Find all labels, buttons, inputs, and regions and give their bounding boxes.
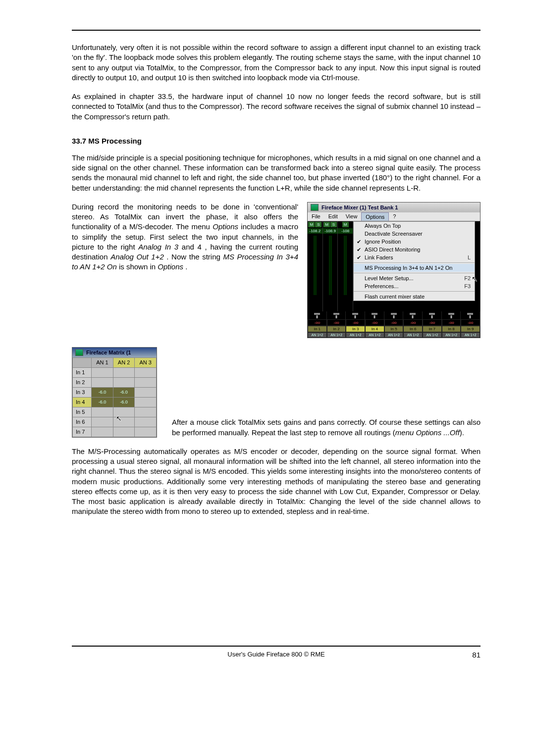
matrix-grid[interactable]: AN 1AN 2AN 3In 1In 2In 3-6.0-6.0In 4-6.0…: [72, 357, 157, 437]
app-icon: [311, 204, 319, 211]
menu-item[interactable]: ✔Link FadersL: [354, 253, 475, 261]
level-readout: -108.2: [308, 228, 322, 234]
fader-icon[interactable]: [308, 311, 327, 319]
matrix-cell[interactable]: [135, 427, 157, 437]
channel-routing-label[interactable]: AN 1+2: [461, 332, 480, 338]
mixer-window[interactable]: Fireface Mixer (1) Test Bank 1 FileEditV…: [307, 202, 481, 338]
matrix-col-header[interactable]: AN 2: [113, 357, 135, 367]
channel-strip-2[interactable]: MS -108.9: [323, 221, 338, 311]
matrix-cell[interactable]: [135, 417, 157, 427]
matrix-cell[interactable]: [135, 367, 157, 377]
channel-routing-label[interactable]: AN 1+2: [308, 332, 327, 338]
channel-routing-label[interactable]: AN 1+2: [442, 332, 461, 338]
matrix-col-header[interactable]: AN 3: [135, 357, 157, 367]
matrix-row-header[interactable]: In 1: [73, 367, 92, 377]
channel-input-label[interactable]: In 4: [365, 326, 384, 332]
menu-item[interactable]: Deactivate Screensaver: [354, 230, 475, 238]
solo-button[interactable]: S: [315, 222, 321, 227]
footer-text: User's Guide Fireface 800 © RME: [227, 651, 324, 658]
matrix-row-header[interactable]: In 6: [73, 417, 92, 427]
channel-input-label[interactable]: In 2: [327, 326, 346, 332]
mixer-menubar[interactable]: FileEditViewOptions?: [308, 212, 480, 221]
matrix-row-header[interactable]: In 7: [73, 427, 92, 437]
matrix-cell[interactable]: [92, 417, 113, 427]
channel-routing-label[interactable]: AN 1+2: [384, 332, 404, 338]
level-readout: -108: [338, 228, 353, 234]
menu-file[interactable]: File: [308, 212, 324, 221]
menu-view[interactable]: View: [342, 212, 362, 221]
channel-value: -oo: [442, 319, 461, 326]
matrix-cell[interactable]: [92, 407, 113, 417]
matrix-row-header[interactable]: In 4: [73, 397, 92, 407]
channel-input-label[interactable]: In 9: [461, 326, 480, 332]
matrix-cell[interactable]: [135, 397, 157, 407]
solo-button[interactable]: S: [330, 222, 337, 227]
fader-icon[interactable]: [327, 311, 346, 319]
matrix-cell[interactable]: [92, 377, 113, 387]
menu-item[interactable]: Level Meter Setup...F2: [354, 274, 475, 282]
matrix-cell[interactable]: [92, 367, 113, 377]
channel-input-label[interactable]: In 1: [308, 326, 327, 332]
fader-icon[interactable]: [423, 311, 442, 319]
matrix-row-header[interactable]: In 3: [73, 387, 92, 397]
channel-input-label[interactable]: In 8: [442, 326, 461, 332]
menu-item[interactable]: Always On Top: [354, 222, 475, 230]
fader-icon[interactable]: [346, 311, 365, 319]
matrix-titlebar[interactable]: Fireface Matrix (1: [72, 348, 157, 357]
menu-edit[interactable]: Edit: [324, 212, 342, 221]
channel-strip-1[interactable]: MS -108.2: [308, 221, 323, 311]
menu-?[interactable]: ?: [389, 212, 400, 221]
fader-icon[interactable]: [442, 311, 461, 319]
matrix-window[interactable]: Fireface Matrix (1 AN 1AN 2AN 3In 1In 2I…: [72, 347, 157, 438]
matrix-row-header[interactable]: In 2: [73, 377, 92, 387]
channel-routing-label[interactable]: AN 1+2: [346, 332, 365, 338]
mute-button[interactable]: M: [308, 222, 315, 227]
channel-input-label[interactable]: In 3: [346, 326, 365, 332]
paragraph-2: As explained in chapter 33.5, the hardwa…: [72, 92, 481, 122]
channel-routing-label[interactable]: AN 1+2: [327, 332, 346, 338]
fader-icon[interactable]: [384, 311, 404, 319]
matrix-cell[interactable]: -6.0: [92, 397, 113, 407]
matrix-cell[interactable]: [135, 387, 157, 397]
menu-item[interactable]: Flash current mixer state: [354, 293, 475, 301]
channel-routing-label[interactable]: AN 1+2: [423, 332, 442, 338]
fader-icon[interactable]: [461, 311, 480, 319]
mouse-cursor-icon: ↖: [472, 275, 478, 283]
mute-button[interactable]: M: [342, 222, 349, 227]
paragraph-3: The mid/side principle is a special posi…: [72, 153, 481, 193]
channel-value: -oo: [403, 319, 423, 326]
fader-icon[interactable]: [403, 311, 423, 319]
menu-item[interactable]: ✔Ignore Position: [354, 238, 475, 246]
page-number: 81: [472, 651, 481, 659]
matrix-cell[interactable]: -6.0: [92, 387, 113, 397]
channel-routing-label[interactable]: AN 1+2: [365, 332, 384, 338]
channel-input-label[interactable]: In 6: [403, 326, 423, 332]
level-meter: [344, 236, 347, 295]
matrix-cell[interactable]: [113, 367, 135, 377]
mute-button[interactable]: M: [323, 222, 330, 227]
channel-routing-label[interactable]: AN 1+2: [403, 332, 423, 338]
matrix-cell[interactable]: [113, 377, 135, 387]
section-title: 33.7 MS Processing: [72, 137, 481, 145]
options-menu-dropdown[interactable]: Always On TopDeactivate Screensaver✔Igno…: [353, 221, 475, 301]
matrix-row-header[interactable]: In 5: [73, 407, 92, 417]
menu-item[interactable]: ✔ASIO Direct Monitoring: [354, 246, 475, 253]
matrix-cell[interactable]: -6.0: [113, 397, 135, 407]
channel-input-label[interactable]: In 7: [423, 326, 442, 332]
fader-icon[interactable]: [365, 311, 384, 319]
matrix-cell[interactable]: [92, 427, 113, 437]
mixer-titlebar[interactable]: Fireface Mixer (1) Test Bank 1: [308, 202, 480, 212]
channel-value: -oo: [461, 319, 480, 326]
menu-item[interactable]: Preferences...F3: [354, 282, 475, 290]
channel-strip-3[interactable]: M -108: [338, 221, 353, 311]
matrix-cell[interactable]: [113, 427, 135, 437]
paragraph-1: Unfortunately, very often it is not poss…: [72, 43, 481, 83]
matrix-cell[interactable]: -6.0: [113, 387, 135, 397]
channel-input-label[interactable]: In 5: [384, 326, 404, 332]
matrix-cell[interactable]: [135, 377, 157, 387]
menu-options[interactable]: Options: [361, 212, 389, 221]
matrix-col-header[interactable]: AN 1: [92, 357, 113, 367]
page-footer: User's Guide Fireface 800 © RME 81: [72, 646, 481, 658]
menu-item[interactable]: MS Processing In 3+4 to AN 1+2 On: [354, 264, 475, 272]
matrix-cell[interactable]: [135, 407, 157, 417]
